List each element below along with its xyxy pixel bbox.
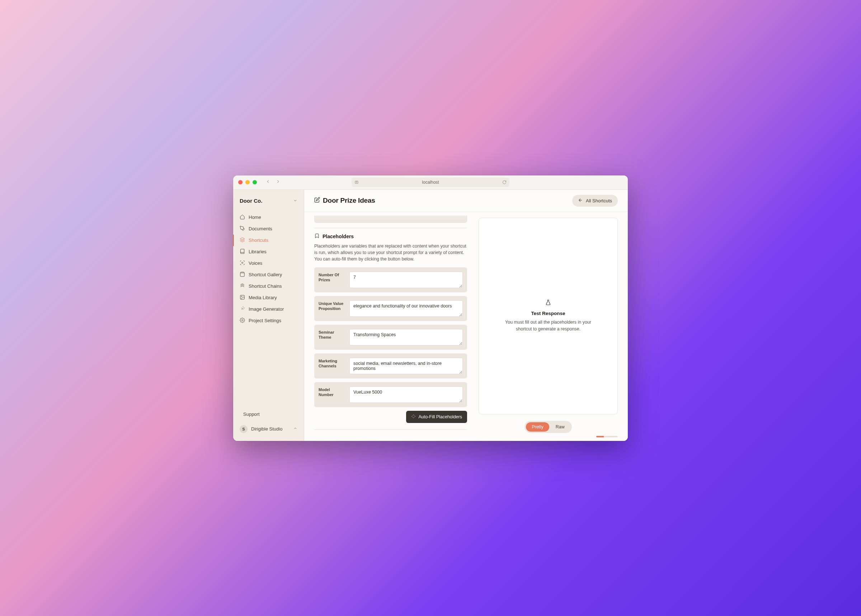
sidebar-item-label: Shortcuts <box>248 237 268 243</box>
sidebar-item-support[interactable]: Support <box>233 409 304 420</box>
avatar: S <box>240 425 248 433</box>
form-column: Placeholders Placeholders are variables … <box>314 212 467 433</box>
field-label: Number Of Prizes <box>319 272 345 288</box>
workspace-switcher[interactable]: Door Co. <box>233 195 304 210</box>
field-model-number: Model Number <box>314 382 467 407</box>
toggle-raw[interactable]: Raw <box>550 422 570 432</box>
window-close-button[interactable] <box>238 180 242 184</box>
page-title: Door Prize Ideas <box>323 196 375 204</box>
progress-indicator <box>596 436 618 437</box>
response-body: You must fill out all the placeholders i… <box>498 319 599 333</box>
field-label: Seminar Theme <box>319 329 345 346</box>
sidebar-item-label: Libraries <box>248 249 267 255</box>
sidebar: Door Co. Home Documents Shortcuts <box>233 190 304 441</box>
progress-bar-fill <box>596 436 604 437</box>
svg-rect-0 <box>355 181 358 184</box>
gear-icon <box>240 317 245 324</box>
sidebar-item-home[interactable]: Home <box>233 212 304 223</box>
scan-icon <box>240 260 245 267</box>
browser-nav <box>266 179 281 185</box>
image-icon <box>240 295 245 301</box>
field-seminar-theme: Seminar Theme <box>314 325 467 350</box>
svg-marker-3 <box>240 237 245 240</box>
response-column: Test Response You must fill out all the … <box>479 212 618 433</box>
app-window: localhost Door Co. Home Documents <box>233 176 628 441</box>
sidebar-item-image-generator[interactable]: Image Generator <box>233 303 304 315</box>
browser-titlebar: localhost <box>233 176 628 190</box>
sidebar-item-label: Project Settings <box>248 318 281 323</box>
reload-icon[interactable] <box>502 180 507 184</box>
field-label: Unique Value Proposition <box>319 300 345 317</box>
field-label: Model Number <box>319 387 345 403</box>
collapsed-section <box>314 215 467 223</box>
sidebar-item-label: Home <box>248 215 261 220</box>
account-switcher[interactable]: S Dirigible Studio <box>233 420 304 435</box>
layers-icon <box>240 237 245 244</box>
sparkle-icon <box>411 414 416 420</box>
placeholders-heading-row: Placeholders <box>314 233 467 240</box>
sidebar-item-media-library[interactable]: Media Library <box>233 292 304 303</box>
shopping-icon <box>240 272 245 278</box>
response-format-toggle: Pretty Raw <box>525 421 572 433</box>
divider <box>314 228 467 228</box>
field-label: Marketing Channels <box>319 358 345 374</box>
sidebar-item-shortcut-chains[interactable]: Shortcut Chains <box>233 281 304 292</box>
window-maximize-button[interactable] <box>253 180 257 184</box>
field-number-of-prizes: Number Of Prizes <box>314 267 467 292</box>
page-header: Door Prize Ideas All Shortcuts <box>304 190 628 212</box>
toggle-pretty[interactable]: Pretty <box>526 422 549 432</box>
sidebar-item-shortcut-gallery[interactable]: Shortcut Gallery <box>233 269 304 281</box>
autofill-label: Auto-Fill Placeholders <box>418 414 462 420</box>
divider <box>314 429 467 430</box>
wand-icon <box>240 306 245 313</box>
field-input-number-of-prizes[interactable] <box>349 272 463 288</box>
url-text: localhost <box>422 180 439 185</box>
field-input-uvp[interactable] <box>349 300 463 317</box>
all-shortcuts-label: All Shortcuts <box>586 198 612 203</box>
sidebar-item-label: Shortcut Gallery <box>248 272 282 277</box>
bookmark-icon <box>314 233 320 240</box>
window-minimize-button[interactable] <box>245 180 250 184</box>
sidebar-item-shortcuts[interactable]: Shortcuts <box>233 235 304 246</box>
chevron-up-icon <box>293 426 297 432</box>
all-shortcuts-button[interactable]: All Shortcuts <box>572 195 618 207</box>
sidebar-item-label: Documents <box>248 226 272 231</box>
field-unique-value-proposition: Unique Value Proposition <box>314 296 467 321</box>
url-bar[interactable]: localhost <box>352 178 509 187</box>
sidebar-item-project-settings[interactable]: Project Settings <box>233 315 304 327</box>
field-input-seminar-theme[interactable] <box>349 329 463 346</box>
response-box: Test Response You must fill out all the … <box>479 218 618 414</box>
book-icon <box>240 248 245 255</box>
autofill-placeholders-button[interactable]: Auto-Fill Placeholders <box>406 411 467 423</box>
home-icon <box>240 214 245 221</box>
forward-icon[interactable] <box>275 179 281 185</box>
main: Door Prize Ideas All Shortcuts Placehold… <box>304 190 628 441</box>
sidebar-nav: Home Documents Shortcuts Libraries Voice… <box>233 210 304 328</box>
workspace-name: Door Co. <box>240 198 262 204</box>
window-controls <box>238 180 257 184</box>
svg-point-4 <box>242 262 243 263</box>
edit-icon <box>314 197 320 204</box>
svg-point-8 <box>242 319 243 321</box>
reader-icon <box>354 180 359 184</box>
field-input-marketing-channels[interactable] <box>349 358 463 374</box>
placeholders-description: Placeholders are variables that are repl… <box>314 243 467 262</box>
account-name: Dirigible Studio <box>251 426 282 432</box>
field-input-model-number[interactable] <box>349 387 463 403</box>
sidebar-item-label: Media Library <box>248 295 277 300</box>
stack-icon <box>240 283 245 289</box>
chevron-down-icon <box>293 198 297 204</box>
back-icon[interactable] <box>266 179 270 185</box>
sidebar-item-label: Shortcut Chains <box>248 283 282 289</box>
field-marketing-channels: Marketing Channels <box>314 354 467 379</box>
sidebar-item-voices[interactable]: Voices <box>233 258 304 269</box>
sidebar-item-label: Image Generator <box>248 306 284 312</box>
placeholders-heading: Placeholders <box>322 234 354 239</box>
sidebar-item-libraries[interactable]: Libraries <box>233 246 304 258</box>
arrow-left-icon <box>578 198 583 204</box>
sidebar-item-label: Voices <box>248 261 262 266</box>
sidebar-item-documents[interactable]: Documents <box>233 223 304 235</box>
flask-icon <box>545 299 551 311</box>
support-label: Support <box>243 412 260 417</box>
response-heading: Test Response <box>531 311 565 316</box>
